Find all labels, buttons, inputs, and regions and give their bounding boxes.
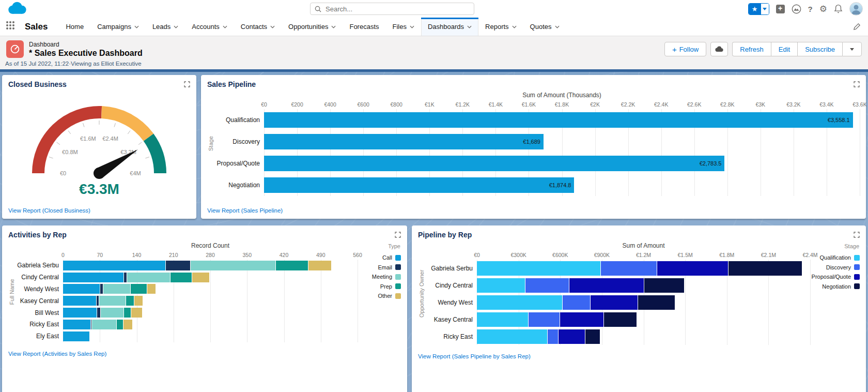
bar-segment-negotiation[interactable] (729, 261, 802, 276)
tab-home[interactable]: Home (59, 18, 90, 36)
bar-segment-proposal-quote[interactable] (560, 312, 604, 327)
edit-navigation-button[interactable] (853, 23, 861, 33)
tab-dashboards[interactable]: Dashboards (421, 18, 478, 36)
search-box[interactable] (310, 3, 474, 15)
tab-reports[interactable]: Reports (478, 18, 523, 36)
view-report-link[interactable]: View Report (Sales Pipeline) (207, 207, 283, 214)
bar-segment-email[interactable] (91, 320, 91, 329)
notifications-button[interactable] (834, 4, 843, 13)
bar-segment-proposal-quote[interactable] (657, 261, 728, 276)
bar-segment-proposal-quote[interactable] (591, 295, 638, 310)
expand-icon[interactable] (184, 80, 190, 89)
bar-segment-call[interactable] (63, 273, 123, 282)
bar-segment-call[interactable] (63, 284, 100, 294)
bar-segment-meeting[interactable] (103, 284, 130, 294)
bar-segment-negotiation[interactable] (604, 312, 637, 327)
tab-files[interactable]: Files (386, 18, 421, 36)
user-avatar[interactable] (849, 2, 863, 16)
tab-quotes[interactable]: Quotes (523, 18, 566, 36)
bar-discovery[interactable]: €1,689 (264, 134, 544, 149)
question-mark-icon: ? (808, 5, 813, 13)
bar-segment-qualification[interactable] (477, 329, 547, 344)
plot-area: €3,558.1€1,689€2,783.5€1,874.8 (264, 109, 860, 196)
expand-icon[interactable] (395, 231, 401, 240)
tab-accounts[interactable]: Accounts (185, 18, 234, 36)
help-button[interactable]: ? (808, 5, 813, 13)
bar-segment-prep[interactable] (276, 261, 308, 270)
bar-segment-meeting[interactable] (101, 308, 123, 318)
category-label: Bill West (16, 307, 63, 319)
global-actions-button[interactable]: + (776, 5, 785, 13)
salesforce-logo-icon[interactable] (5, 1, 29, 17)
bar-segment-call[interactable] (63, 331, 89, 341)
bar-segment-qualification[interactable] (477, 295, 562, 310)
app-launcher-icon[interactable] (6, 21, 18, 33)
search-input[interactable] (324, 5, 470, 13)
bar-segment-proposal-quote[interactable] (569, 278, 644, 293)
view-report-link[interactable]: View Report (Closed Business) (8, 207, 90, 214)
bar-segment-other[interactable] (134, 296, 142, 306)
follow-button[interactable]: +Follow (664, 42, 706, 56)
bar-segment-prep[interactable] (171, 273, 192, 282)
bar-segment-discovery[interactable] (563, 295, 590, 310)
more-actions-button[interactable] (842, 42, 862, 56)
bar-segment-meeting[interactable] (191, 261, 275, 270)
bar-proposal-quote[interactable]: €2,783.5 (264, 156, 724, 171)
bar-segment-email[interactable] (97, 296, 99, 306)
bar-segment-qualification[interactable] (477, 261, 600, 276)
bar-segment-proposal-quote[interactable] (559, 329, 585, 344)
bar-segment-email[interactable] (97, 308, 100, 318)
tab-campaigns[interactable]: Campaigns (90, 18, 146, 36)
bar-segment-other[interactable] (308, 261, 331, 270)
bar-segment-meeting[interactable] (99, 296, 126, 306)
bar-segment-meeting[interactable] (127, 273, 169, 282)
bar-segment-other[interactable] (123, 320, 132, 329)
edit-button[interactable]: Edit (771, 42, 797, 56)
bar-segment-call[interactable] (63, 296, 96, 306)
pencil-icon (853, 23, 861, 31)
tab-leads[interactable]: Leads (146, 18, 185, 36)
bar-segment-other[interactable] (147, 284, 156, 294)
collaborate-button[interactable] (710, 42, 728, 56)
bar-segment-call[interactable] (63, 320, 90, 329)
bar-segment-prep[interactable] (117, 320, 123, 329)
bar-segment-other[interactable] (131, 308, 142, 318)
bar-negotiation[interactable]: €1,874.8 (264, 177, 574, 193)
bar-qualification[interactable]: €3,558.1 (264, 112, 853, 128)
favorites-menu-button[interactable] (761, 4, 769, 14)
bar-segment-prep[interactable] (126, 296, 134, 306)
bar-segment-negotiation[interactable] (644, 278, 684, 293)
bar-segment-call[interactable] (63, 261, 165, 270)
view-report-link[interactable]: View Report (Sales Pipeline by Sales Rep… (418, 353, 531, 359)
bar-segment-negotiation[interactable] (585, 329, 600, 344)
bar-segment-call[interactable] (63, 308, 97, 318)
tab-label: Accounts (192, 23, 219, 31)
bar-segment-email[interactable] (166, 261, 190, 270)
trailhead-button[interactable] (792, 4, 801, 14)
bar-segment-meeting[interactable] (92, 320, 116, 329)
bar-segment-discovery[interactable] (548, 329, 558, 344)
view-report-link[interactable]: View Report (Activities by Sales Rep) (8, 351, 106, 357)
bar-segment-discovery[interactable] (529, 312, 559, 327)
tab-forecasts[interactable]: Forecasts (343, 18, 385, 36)
bar-segment-email[interactable] (124, 273, 127, 282)
bar-segment-qualification[interactable] (477, 278, 525, 293)
bar-segment-other[interactable] (192, 273, 209, 282)
bar-segment-email[interactable] (100, 284, 103, 294)
tab-opportunities[interactable]: Opportunities (282, 18, 343, 36)
bar-segment-qualification[interactable] (477, 312, 528, 327)
favorites-star-icon[interactable]: ★ (749, 4, 761, 14)
subscribe-button[interactable]: Subscribe (797, 42, 842, 56)
setup-button[interactable]: ⚙ (819, 4, 827, 14)
global-actions: ★ + ? ⚙ (748, 2, 863, 16)
activities-by-rep-chart: Full Name Gabriela SerbuCindy CentralWen… (8, 242, 401, 342)
tab-contacts[interactable]: Contacts (234, 18, 282, 36)
refresh-button[interactable]: Refresh (732, 42, 771, 56)
bar-segment-discovery[interactable] (525, 278, 569, 293)
bar-segment-prep[interactable] (124, 308, 131, 318)
expand-icon[interactable] (854, 231, 860, 240)
bar-segment-discovery[interactable] (601, 261, 657, 276)
bar-segment-prep[interactable] (131, 284, 147, 294)
bar-segment-negotiation[interactable] (638, 295, 675, 310)
expand-icon[interactable] (854, 80, 860, 89)
